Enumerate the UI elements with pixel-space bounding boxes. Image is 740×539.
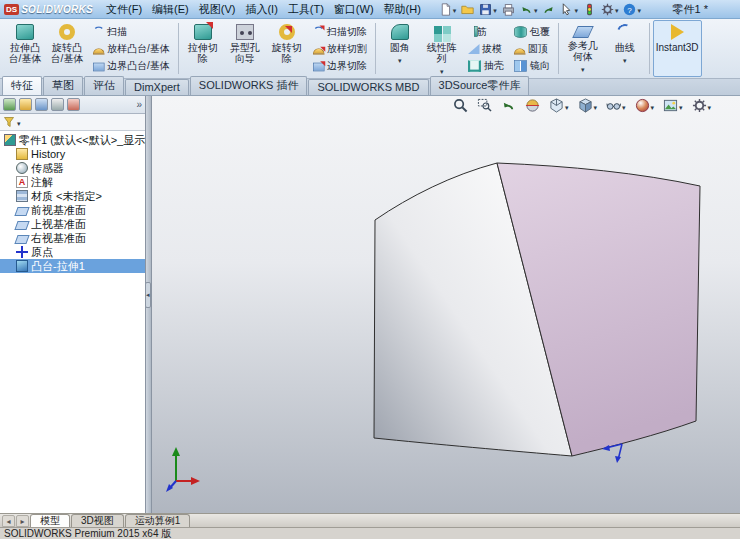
tab-scroll-right-icon[interactable]: ▸ <box>16 515 29 527</box>
ribbon-group-boss: 拉伸凸 台/基体 旋转凸 台/基体 扫描 放样凸台/基体 边界凸台/基体 <box>2 20 177 77</box>
tab-sketch[interactable]: 草图 <box>43 76 83 95</box>
menu-edit[interactable]: 编辑(E) <box>147 1 194 18</box>
configurationmanager-tab-icon[interactable] <box>35 98 48 111</box>
tree-item-material[interactable]: 材质 <未指定> <box>0 189 145 203</box>
linear-pattern-button[interactable]: 线性阵 列 <box>421 20 463 77</box>
shell-button[interactable]: 抽壳 <box>465 57 507 74</box>
mirror-icon <box>514 60 527 72</box>
new-document-button[interactable] <box>438 2 458 17</box>
cut-small-column: 扫描切除 放样切割 边界切除 <box>308 20 372 77</box>
tree-item-sensors[interactable]: 传感器 <box>0 161 145 175</box>
chevron-down-icon <box>615 3 619 15</box>
open-button[interactable] <box>460 2 475 17</box>
undo-button[interactable] <box>519 2 539 17</box>
menu-help[interactable]: 帮助(H) <box>379 1 426 18</box>
tab-motion-study[interactable]: 运动算例1 <box>125 514 191 527</box>
tab-dimxpert[interactable]: DimXpert <box>125 79 189 95</box>
button-label: 扫描切除 <box>327 25 367 39</box>
menubar: 文件(F) 编辑(E) 视图(V) 插入(I) 工具(T) 窗口(W) 帮助(H… <box>101 1 426 18</box>
instant3d-button[interactable]: Instant3D <box>653 20 702 77</box>
menu-view[interactable]: 视图(V) <box>194 1 241 18</box>
filter-funnel-icon[interactable] <box>3 116 15 128</box>
boundary-cut-icon <box>313 62 325 71</box>
menu-window[interactable]: 窗口(W) <box>329 1 379 18</box>
boundary-boss-icon <box>93 62 105 71</box>
ribbon-separator <box>649 23 650 74</box>
boundary-boss-button[interactable]: 边界凸台/基体 <box>90 57 173 74</box>
revolve-cut-button[interactable]: 旋转切 除 <box>266 20 308 77</box>
button-label: 筋 <box>477 25 487 39</box>
boundary-cut-button[interactable]: 边界切除 <box>310 57 370 74</box>
tree-item-part-root[interactable]: 零件1 (默认<<默认>_显示状态 1>) <box>0 133 145 147</box>
button-label: 旋转切 除 <box>272 42 302 64</box>
draft-button[interactable]: 拔模 <box>465 40 507 57</box>
hole-wizard-button[interactable]: 异型孔 向导 <box>224 20 266 77</box>
tree-item-boss-extrude1[interactable]: 凸台-拉伸1 <box>0 259 145 273</box>
material-icon <box>16 190 28 202</box>
rib-button[interactable]: 筋 <box>465 23 507 40</box>
extrude-cut-button[interactable]: 拉伸切 除 <box>182 20 224 77</box>
feature-tree: 零件1 (默认<<默认>_显示状态 1>) History 传感器 注解 材质 … <box>0 131 145 513</box>
curves-icon <box>614 21 635 42</box>
curves-button[interactable]: 曲线 <box>604 20 646 77</box>
ribbon-group-reference: 参考几 何体 曲线 <box>560 20 648 77</box>
save-button[interactable] <box>478 2 498 17</box>
propertymanager-tab-icon[interactable] <box>19 98 32 111</box>
sweep-cut-button[interactable]: 扫描切除 <box>310 23 370 40</box>
chevron-down-icon <box>493 3 497 15</box>
app-logo: DS SOLIDWORKS <box>4 4 93 15</box>
tab-evaluate[interactable]: 评估 <box>84 76 124 95</box>
select-button[interactable] <box>559 2 579 17</box>
sweep-boss-button[interactable]: 扫描 <box>90 23 173 40</box>
hole-wizard-icon <box>236 24 254 40</box>
part-model-3d[interactable] <box>152 96 740 513</box>
dome-button[interactable]: 圆顶 <box>511 40 553 57</box>
button-label: 参考几 何体 <box>568 40 598 62</box>
tab-scroll-left-icon[interactable]: ◂ <box>2 515 15 527</box>
chevron-down-icon[interactable] <box>17 116 21 128</box>
panel-manager-tabs: » <box>0 96 145 114</box>
app-name: SOLIDWORKS <box>21 4 93 15</box>
print-button[interactable] <box>501 2 516 17</box>
panel-tabs-overflow-icon[interactable]: » <box>136 99 142 110</box>
featuremanager-tab-icon[interactable] <box>3 98 16 111</box>
tree-item-history[interactable]: History <box>0 147 145 161</box>
tree-item-front-plane[interactable]: 前视基准面 <box>0 203 145 217</box>
displaymanager-tab-icon[interactable] <box>67 98 80 111</box>
extrude-boss-button[interactable]: 拉伸凸 台/基体 <box>4 20 46 77</box>
tab-solidworks-mbd[interactable]: SOLIDWORKS MBD <box>308 79 428 95</box>
tab-solidworks-addins[interactable]: SOLIDWORKS 插件 <box>190 76 308 95</box>
tab-model[interactable]: 模型 <box>30 514 70 527</box>
wrap-button[interactable]: 包覆 <box>511 23 553 40</box>
rebuild-button[interactable] <box>582 2 597 17</box>
feature-manager-panel: » 零件1 (默认<<默认>_显示状态 1>) History 传感器 注解 材… <box>0 96 146 513</box>
tree-item-label: 凸台-拉伸1 <box>31 259 85 273</box>
fillet-button[interactable]: 圆角 <box>379 20 421 77</box>
tab-3d-views[interactable]: 3D视图 <box>71 514 124 527</box>
reference-geometry-button[interactable]: 参考几 何体 <box>562 20 604 77</box>
revolve-boss-button[interactable]: 旋转凸 台/基体 <box>46 20 88 77</box>
mirror-button[interactable]: 镜向 <box>511 57 553 74</box>
menu-tools[interactable]: 工具(T) <box>283 1 329 18</box>
menu-file[interactable]: 文件(F) <box>101 1 147 18</box>
tree-item-origin[interactable]: 原点 <box>0 245 145 259</box>
tab-features[interactable]: 特征 <box>2 76 42 95</box>
tree-item-top-plane[interactable]: 上视基准面 <box>0 217 145 231</box>
tab-3dsource-library[interactable]: 3DSource零件库 <box>430 76 530 95</box>
button-label: 圆角 <box>390 42 410 53</box>
loft-boss-button[interactable]: 放样凸台/基体 <box>90 40 173 57</box>
options-button[interactable] <box>600 2 620 17</box>
graphics-area[interactable] <box>152 96 740 513</box>
loft-icon <box>93 48 105 54</box>
dimxpertmanager-tab-icon[interactable] <box>51 98 64 111</box>
tree-item-annotations[interactable]: 注解 <box>0 175 145 189</box>
redo-button[interactable] <box>541 2 556 17</box>
loft-cut-button[interactable]: 放样切割 <box>310 40 370 57</box>
titlebar: DS SOLIDWORKS 文件(F) 编辑(E) 视图(V) 插入(I) 工具… <box>0 0 740 19</box>
help-button[interactable] <box>622 2 642 17</box>
command-manager-tabs: 特征 草图 评估 DimXpert SOLIDWORKS 插件 SOLIDWOR… <box>0 79 740 96</box>
tree-filter-row <box>0 114 145 131</box>
menu-insert[interactable]: 插入(I) <box>240 1 282 18</box>
tree-item-right-plane[interactable]: 右视基准面 <box>0 231 145 245</box>
ds-logo-icon: DS <box>4 4 19 15</box>
